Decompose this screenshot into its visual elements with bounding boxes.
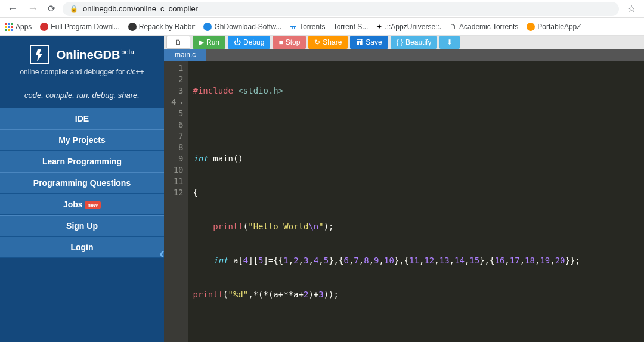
bookmark-item[interactable]: Full Program Downl...: [40, 23, 119, 31]
sidebar-item-questions[interactable]: Programming Questions: [0, 172, 164, 194]
favicon-icon: [128, 23, 137, 31]
sidebar-item-projects[interactable]: My Projects: [0, 129, 164, 151]
bookmark-label: Full Program Downl...: [51, 23, 119, 31]
favicon-icon: [40, 23, 48, 31]
code-content[interactable]: #include <stdio.h> int main() { printf("…: [188, 61, 584, 342]
stop-icon: ■: [278, 38, 283, 46]
sidebar-item-learn[interactable]: Learn Programming: [0, 151, 164, 172]
main-content: OnlineGDBbeta online compiler and debugg…: [0, 36, 644, 342]
lock-icon: 🔒: [70, 5, 78, 13]
favicon-icon: 🗋: [450, 23, 457, 31]
sidebar-item-signup[interactable]: Sign Up: [0, 215, 164, 237]
apps-grid-icon: [5, 23, 13, 31]
logo-icon: [30, 45, 49, 64]
bookmark-item[interactable]: Repack by Rabbit: [128, 23, 196, 31]
bookmark-label: GhDownload-Softw...: [214, 23, 281, 31]
file-tab-main[interactable]: main.c: [164, 49, 206, 61]
logo-title: OnlineGDBbeta: [57, 48, 134, 62]
favicon-icon: [203, 23, 212, 31]
save-icon: 🖬: [356, 38, 363, 46]
download-button[interactable]: ⬇: [439, 36, 460, 49]
logo: OnlineGDBbeta online compiler and debugg…: [0, 36, 164, 80]
bookmark-star-icon[interactable]: ☆: [624, 3, 639, 14]
bookmark-apps[interactable]: Apps: [5, 23, 32, 31]
file-tabs: main.c: [164, 49, 644, 61]
favicon-icon: ㅠ: [290, 21, 297, 32]
bookmark-label: Torrents – Torrent S...: [299, 23, 368, 31]
download-icon: ⬇: [447, 38, 453, 46]
play-icon: ▶: [199, 38, 204, 46]
braces-icon: { }: [397, 38, 403, 46]
logo-subtitle: online compiler and debugger for c/c++: [6, 68, 158, 76]
bookmark-label: Apps: [16, 23, 32, 31]
favicon-icon: ✦: [376, 23, 382, 31]
bookmark-label: PortableAppZ: [537, 23, 581, 31]
sidebar-item-ide[interactable]: IDE: [0, 108, 164, 129]
editor-area: 🗋 ▶Run ⏻Debug ■Stop ↻Share 🖬Save { }Beau…: [164, 36, 644, 342]
power-icon: ⏻: [234, 38, 241, 46]
new-file-button[interactable]: 🗋: [166, 36, 190, 49]
sidebar-item-login[interactable]: Login: [0, 237, 164, 258]
forward-icon[interactable]: →: [25, 2, 41, 15]
bookmark-item[interactable]: ✦.::AppzUniverse::.: [376, 23, 441, 31]
url-text: onlinegdb.com/online_c_compiler: [83, 4, 198, 13]
bookmark-label: .::AppzUniverse::.: [385, 23, 441, 31]
browser-nav-bar: ← → ⟳ 🔒 onlinegdb.com/online_c_compiler …: [0, 0, 644, 18]
bookmark-label: Repack by Rabbit: [139, 23, 196, 31]
sidebar-collapse-icon[interactable]: ‹: [159, 244, 165, 263]
stop-button[interactable]: ■Stop: [273, 36, 306, 49]
bookmark-item[interactable]: GhDownload-Softw...: [203, 23, 281, 31]
bookmark-label: Academic Torrents: [459, 23, 518, 31]
share-button[interactable]: ↻Share: [308, 36, 348, 49]
sidebar-item-jobs[interactable]: Jobsnew: [0, 194, 164, 215]
file-icon: 🗋: [175, 38, 182, 46]
toolbar: 🗋 ▶Run ⏻Debug ■Stop ↻Share 🖬Save { }Beau…: [164, 36, 644, 49]
share-icon: ↻: [314, 38, 320, 46]
line-gutter: 123 4 ▾ 567 8910 1112: [164, 61, 188, 342]
bookmark-item[interactable]: 🗋Academic Torrents: [450, 23, 518, 31]
sidebar: OnlineGDBbeta online compiler and debugg…: [0, 36, 164, 342]
favicon-icon: [527, 23, 535, 31]
code-editor[interactable]: 123 4 ▾ 567 8910 1112 #include <stdio.h>…: [164, 61, 644, 342]
bookmarks-bar: Apps Full Program Downl... Repack by Rab…: [0, 18, 644, 36]
save-button[interactable]: 🖬Save: [350, 36, 388, 49]
reload-icon[interactable]: ⟳: [45, 3, 58, 14]
beautify-button[interactable]: { }Beautify: [391, 36, 438, 49]
run-button[interactable]: ▶Run: [193, 36, 225, 49]
debug-button[interactable]: ⏻Debug: [228, 36, 270, 49]
back-icon[interactable]: ←: [5, 2, 20, 15]
url-bar[interactable]: 🔒 onlinegdb.com/online_c_compiler: [63, 2, 619, 16]
bookmark-item[interactable]: PortableAppZ: [527, 23, 581, 31]
bookmark-item[interactable]: ㅠTorrents – Torrent S...: [290, 21, 368, 32]
tagline: code. compile. run. debug. share.: [0, 91, 164, 100]
